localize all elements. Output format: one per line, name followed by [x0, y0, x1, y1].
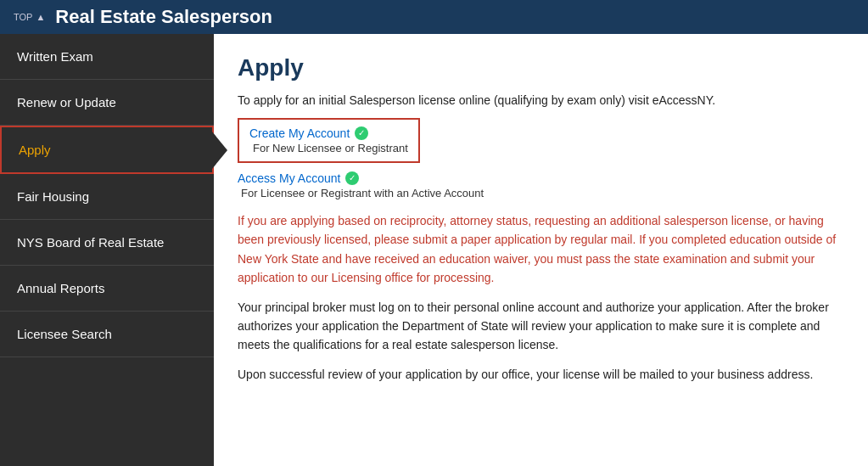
- sidebar-item-written-exam[interactable]: Written Exam: [0, 34, 214, 80]
- access-account-section: Access My Account ✓ For Licensee or Regi…: [238, 171, 844, 199]
- main-content: Apply To apply for an initial Salesperso…: [214, 34, 868, 466]
- intro-text: To apply for an initial Salesperson lice…: [238, 92, 844, 109]
- sidebar-item-fair-housing[interactable]: Fair Housing: [0, 174, 214, 220]
- sidebar-item-annual-reports[interactable]: Annual Reports: [0, 266, 214, 312]
- paragraph-3: Upon successful review of your applicati…: [238, 365, 844, 384]
- access-account-check-icon: ✓: [345, 171, 359, 185]
- paragraph-2: Your principal broker must log on to the…: [238, 298, 844, 355]
- top-navigation[interactable]: TOP ▲: [14, 12, 45, 22]
- access-account-sublabel: For Licensee or Registrant with an Activ…: [238, 187, 844, 199]
- create-account-box: Create My Account ✓ For New Licensee or …: [238, 118, 420, 163]
- content-title: Apply: [238, 54, 844, 81]
- main-layout: Written Exam Renew or Update Apply Fair …: [0, 34, 868, 466]
- sidebar-item-renew-or-update[interactable]: Renew or Update: [0, 80, 214, 126]
- top-label[interactable]: TOP: [14, 12, 32, 22]
- sidebar: Written Exam Renew or Update Apply Fair …: [0, 34, 214, 466]
- sidebar-item-apply[interactable]: Apply: [0, 126, 214, 174]
- paragraph-1: If you are applying based on reciprocity…: [238, 211, 844, 288]
- access-account-link[interactable]: Access My Account ✓: [238, 171, 844, 185]
- create-account-sublabel: For New Licensee or Registrant: [249, 142, 408, 154]
- page-header: TOP ▲ Real Estate Salesperson: [0, 0, 868, 34]
- sidebar-item-nys-board[interactable]: NYS Board of Real Estate: [0, 220, 214, 266]
- create-account-link[interactable]: Create My Account ✓: [249, 126, 408, 140]
- page-title: Real Estate Salesperson: [55, 6, 272, 28]
- sidebar-item-licensee-search[interactable]: Licensee Search: [0, 312, 214, 357]
- create-account-check-icon: ✓: [355, 126, 368, 140]
- top-arrow: ▲: [36, 12, 45, 22]
